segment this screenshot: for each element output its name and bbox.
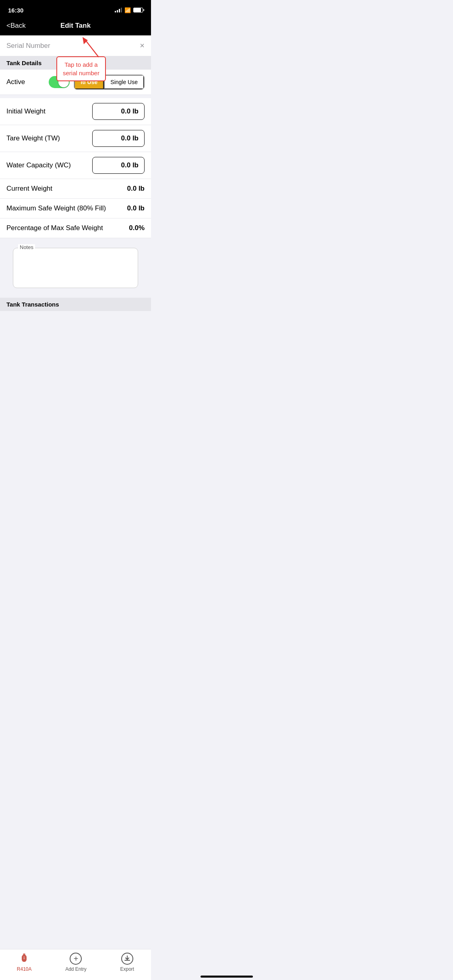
water-capacity-input[interactable]	[92, 157, 145, 174]
main-content: Serial Number × Tap to add aserial numbe…	[0, 35, 151, 448]
initial-weight-input[interactable]	[92, 103, 145, 120]
status-bar: 16:30 📶	[0, 0, 151, 18]
single-use-button[interactable]: Single Use	[104, 75, 144, 89]
wifi-icon: 📶	[124, 7, 131, 13]
initial-weight-label: Initial Weight	[6, 107, 46, 115]
spacer-1	[0, 95, 151, 98]
water-capacity-label: Water Capacity (WC)	[6, 161, 71, 169]
spacer-2	[0, 294, 151, 298]
svg-marker-1	[83, 37, 88, 44]
percentage-row: Percentage of Max Safe Weight 0.0%	[0, 218, 151, 238]
notes-section: Notes	[0, 238, 151, 294]
percentage-value: 0.0%	[129, 224, 145, 232]
close-button[interactable]: ×	[140, 41, 145, 50]
page-title: Edit Tank	[60, 22, 91, 30]
status-icons: 📶	[115, 7, 143, 13]
status-time: 16:30	[8, 7, 23, 14]
tooltip-text: Tap to add aserial number	[63, 61, 99, 76]
tare-weight-input[interactable]	[92, 130, 145, 147]
notes-input[interactable]	[13, 248, 138, 284]
notes-container: Notes	[13, 248, 138, 288]
max-safe-weight-label: Maximum Safe Weight (80% Fill)	[6, 204, 106, 212]
tank-transactions-header: Tank Transactions	[0, 298, 151, 311]
max-safe-weight-value: 0.0 lb	[127, 204, 145, 212]
tooltip-wrapper: Tap to add aserial number	[56, 56, 106, 81]
active-label: Active	[6, 78, 25, 86]
signal-bars-icon	[115, 8, 122, 12]
battery-icon	[133, 8, 143, 12]
back-button[interactable]: <Back	[6, 22, 26, 30]
svg-line-0	[85, 39, 99, 57]
serial-number-placeholder: Serial Number	[6, 42, 50, 50]
water-capacity-row: Water Capacity (WC)	[0, 152, 151, 179]
percentage-label: Percentage of Max Safe Weight	[6, 224, 103, 232]
notes-label: Notes	[18, 244, 35, 250]
current-weight-row: Current Weight 0.0 lb	[0, 179, 151, 199]
transactions-area	[0, 311, 151, 412]
serial-number-row[interactable]: Serial Number ×	[0, 35, 151, 56]
initial-weight-row: Initial Weight	[0, 98, 151, 125]
tare-weight-label: Tare Weight (TW)	[6, 134, 60, 142]
tare-weight-row: Tare Weight (TW)	[0, 125, 151, 152]
current-weight-value: 0.0 lb	[127, 185, 145, 193]
nav-bar: <Back Edit Tank	[0, 18, 151, 35]
current-weight-label: Current Weight	[6, 185, 52, 193]
serial-number-section: Serial Number × Tap to add aserial numbe…	[0, 35, 151, 56]
max-safe-weight-row: Maximum Safe Weight (80% Fill) 0.0 lb	[0, 199, 151, 218]
tooltip-box: Tap to add aserial number	[56, 56, 106, 81]
